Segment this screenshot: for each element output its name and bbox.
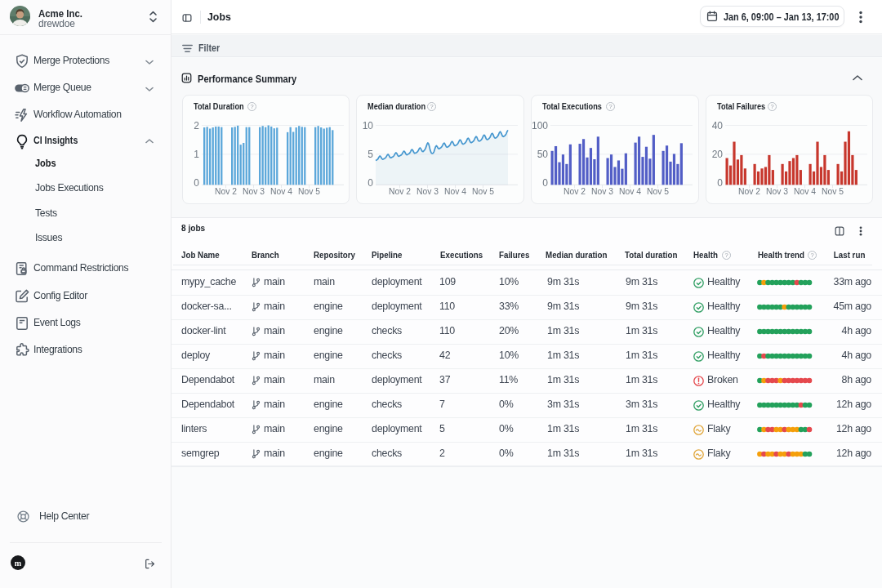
svg-text:Nov 3: Nov 3 — [766, 186, 788, 196]
svg-text:Nov 5: Nov 5 — [472, 186, 494, 196]
svg-text:100: 100 — [532, 120, 548, 131]
svg-text:Nov 2: Nov 2 — [738, 186, 760, 196]
svg-text:Nov 4: Nov 4 — [619, 186, 642, 196]
svg-text:0: 0 — [542, 177, 548, 189]
svg-text:Nov 5: Nov 5 — [647, 186, 669, 196]
svg-text:0: 0 — [717, 177, 723, 189]
svg-text:0: 0 — [368, 177, 374, 189]
svg-text:Nov 4: Nov 4 — [270, 186, 293, 196]
svg-text:10: 10 — [363, 120, 374, 131]
svg-text:20: 20 — [711, 149, 723, 160]
svg-text:50: 50 — [537, 149, 549, 160]
svg-text:Nov 5: Nov 5 — [298, 186, 320, 196]
svg-text:0: 0 — [194, 177, 199, 189]
svg-text:40: 40 — [711, 120, 723, 131]
svg-text:Nov 2: Nov 2 — [564, 186, 586, 196]
svg-text:?: ? — [810, 252, 813, 259]
svg-text:1: 1 — [194, 149, 199, 160]
svg-text:Nov 4: Nov 4 — [444, 186, 467, 196]
svg-text:Nov 4: Nov 4 — [794, 186, 817, 196]
svg-text:Nov 2: Nov 2 — [215, 186, 237, 196]
svg-text:Nov 2: Nov 2 — [389, 186, 411, 196]
svg-text:m: m — [15, 559, 22, 568]
svg-text:?: ? — [724, 252, 728, 259]
svg-text:Nov 3: Nov 3 — [243, 186, 265, 196]
svg-text:Nov 3: Nov 3 — [416, 186, 439, 196]
svg-text:5: 5 — [368, 149, 374, 160]
svg-text:Nov 5: Nov 5 — [822, 186, 844, 196]
svg-text:2: 2 — [194, 120, 199, 131]
svg-text:Nov 3: Nov 3 — [591, 186, 613, 196]
